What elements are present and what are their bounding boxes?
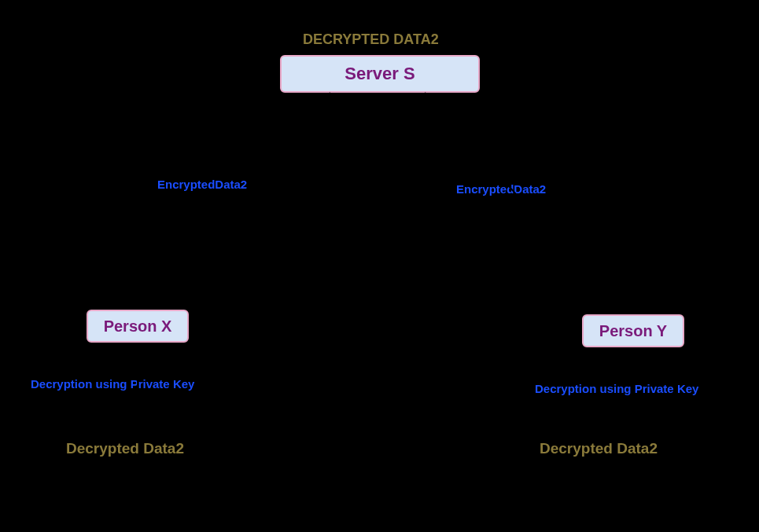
arrow-server-to-x	[143, 93, 330, 306]
caption-x-decrypt: Decryption using Private Key	[31, 377, 194, 391]
svg-line-0	[146, 93, 330, 306]
svg-line-2	[425, 93, 621, 311]
svg-marker-1	[143, 294, 154, 306]
node-server: Server S	[280, 55, 480, 93]
edge-label-left: EncryptedData2	[157, 178, 247, 191]
svg-marker-3	[613, 299, 624, 311]
caption-y-result: Decrypted Data2	[540, 440, 658, 457]
edge-label-right: EncryptedData2	[456, 182, 546, 196]
node-person-x: Person X	[87, 310, 189, 343]
svg-marker-7	[628, 424, 638, 434]
arrow-server-to-y	[425, 93, 624, 311]
caption-x-result: Decrypted Data2	[66, 440, 184, 457]
node-person-y: Person Y	[582, 314, 684, 347]
caption-y-decrypt: Decryption using Private Key	[535, 382, 698, 395]
diagram-title: DECRYPTED DATA2	[303, 31, 439, 48]
svg-marker-5	[133, 424, 142, 434]
